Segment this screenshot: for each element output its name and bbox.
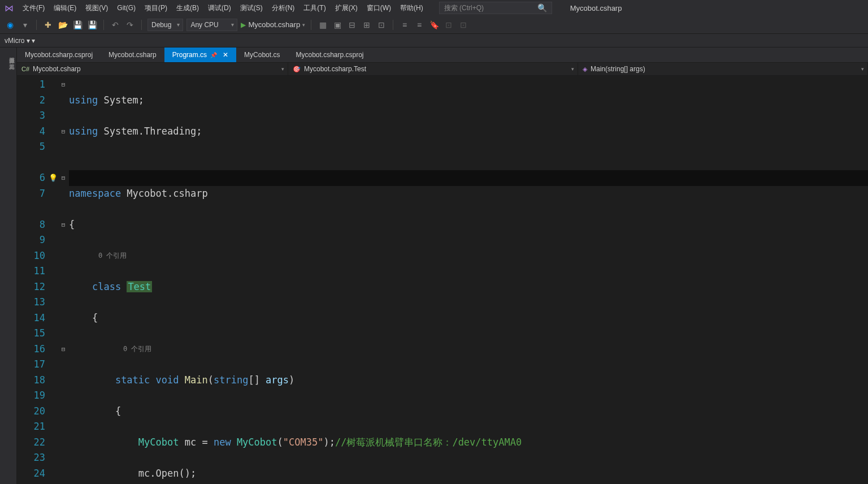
menu-git[interactable]: Git(G) [112,2,140,14]
menu-window[interactable]: 窗口(W) [362,1,396,15]
save-all-icon[interactable]: 💾 [86,19,98,31]
tool-icon[interactable]: ⊡ [458,19,469,31]
nav-namespace[interactable]: 🎯Mycobot.csharp.Test [288,63,578,75]
menu-analysis[interactable]: 分析(N) [267,1,300,15]
menu-file[interactable]: 文件(F) [18,1,49,15]
code-text[interactable]: using System; using System.Threading; na… [69,76,868,484]
doc-tab[interactable]: MyCobot.cs [236,47,288,62]
fold-toggle[interactable]: ⊟ [58,217,69,233]
doc-tab[interactable]: Mycobot.csharp.csproj [17,47,101,62]
toolbar: ◉ ▾ ✚ 📂 💾 💾 ↶ ↷ Debug Any CPU ▶ Mycobot.… [0,16,868,34]
nav-member[interactable]: ◈Main(string[] args) [578,63,868,75]
nav-project-label: Mycobot.csharp [33,65,81,73]
menubar: ⋈ 文件(F) 编辑(E) 视图(V) Git(G) 项目(P) 生成(B) 调… [0,0,868,16]
run-label: Mycobot.csharp [248,20,300,29]
redo-icon[interactable]: ↷ [124,19,136,31]
separator [36,20,37,30]
menu-view[interactable]: 视图(V) [81,1,112,15]
menu-build[interactable]: 生成(B) [172,1,203,15]
separator [103,20,104,30]
vs-logo-icon: ⋈ [5,3,14,14]
close-icon[interactable]: ✕ [220,51,228,59]
bookmark-icon[interactable]: 🔖 [428,19,440,31]
line-numbers: 1 2 3 4 5 6💡 7 8 9 10 11 12 13 14 15 16 … [17,76,58,484]
undo-icon[interactable]: ↶ [110,19,121,31]
doc-tab-label: Mycobot.csharp.csproj [296,51,363,59]
dropdown-icon[interactable]: ▾ [19,19,31,31]
nav-ns-label: Mycobot.csharp.Test [304,65,366,73]
separator [393,20,393,30]
code-keyword: class [92,281,127,292]
tool-icon[interactable]: ≡ [399,19,410,31]
run-button[interactable]: ▶ Mycobot.csharp ▾ [241,20,305,29]
comment: //树莓派机械臂串口名称：/dev/ttyAMA0 [335,437,522,448]
doc-tab-label: Mycobot.csharp.csproj [25,51,93,59]
save-icon[interactable]: 💾 [72,19,83,31]
nav-project[interactable]: C#Mycobot.csharp [17,63,288,75]
document-tabs: Mycobot.csharp.csproj Mycobot.csharp Pro… [17,47,868,62]
config-dropdown[interactable]: Debug [147,19,183,31]
platform-dropdown[interactable]: Any CPU [186,19,237,31]
nav-member-label: Main(string[] args) [591,65,645,73]
method-icon: ◈ [583,66,587,73]
back-icon[interactable]: ◉ [5,19,16,31]
doc-tab-active[interactable]: Program.cs 📌 ✕ [164,47,236,62]
play-icon: ▶ [241,21,246,29]
string-literal: "COM35" [283,437,324,448]
tool-icon[interactable]: ⊡ [443,19,454,31]
tool-icon[interactable]: ⊞ [361,19,372,31]
class-icon: 🎯 [293,66,301,73]
doc-tab[interactable]: Mycobot.csharp [101,47,164,62]
tool-icon[interactable]: ⊡ [376,19,387,31]
doc-tab-label: MyCobot.cs [244,51,280,59]
tool-icon[interactable]: ▦ [317,19,328,31]
menu-project[interactable]: 项目(P) [140,1,172,15]
sidebar-tab-server[interactable]: 服务器资源 [0,50,16,57]
solution-name: Mycobot.csharp [563,2,629,15]
tool-icon[interactable]: ⊟ [346,19,358,31]
separator [311,20,311,30]
doc-tab[interactable]: Mycobot.csharp.csproj [288,47,371,62]
separator [141,20,142,30]
code-editor[interactable]: 1 2 3 4 5 6💡 7 8 9 10 11 12 13 14 15 16 … [17,76,868,484]
class-name-highlight: Test [127,281,152,292]
search-icon[interactable]: 🔍 [537,3,547,12]
pin-icon[interactable]: 📌 [210,52,217,58]
doc-tab-label: Mycobot.csharp [108,51,157,59]
search-input[interactable]: 搜索 (Ctrl+Q) 🔍 [439,2,552,14]
csharp-icon: C# [21,66,29,72]
fold-toggle[interactable]: ⊟ [58,77,69,93]
navigation-bar: C#Mycobot.csharp 🎯Mycobot.csharp.Test ◈M… [17,62,868,76]
tool-icon[interactable]: ▣ [332,19,343,31]
vmicro-bar[interactable]: vMicro ▾ ▾ [0,34,868,47]
codelens[interactable]: 0 个引用 [69,342,868,357]
menu-tools[interactable]: 工具(T) [299,1,330,15]
left-sidebar: 服务器资源 工具箱 [0,47,17,484]
menu-edit[interactable]: 编辑(E) [49,1,81,15]
lightbulb-icon[interactable]: 💡 [49,170,58,186]
menu-extensions[interactable]: 扩展(X) [331,1,362,15]
tool-icon[interactable]: ≡ [414,19,425,31]
menu-help[interactable]: 帮助(H) [396,1,428,15]
fold-toggle[interactable]: ⊟ [58,170,69,186]
search-placeholder: 搜索 (Ctrl+Q) [444,3,484,13]
menu-debug[interactable]: 调试(D) [203,1,236,15]
fold-column: ⊟ ⊟ ⊟ ⊟ ⊟ [58,76,69,484]
codelens[interactable]: 0 个引用 [69,248,868,264]
sidebar-tab-toolbox[interactable]: 工具箱 [0,57,16,63]
menu-test[interactable]: 测试(S) [236,1,267,15]
fold-toggle[interactable]: ⊟ [58,124,69,140]
doc-tab-label: Program.cs [172,51,207,59]
fold-toggle[interactable]: ⊟ [58,342,69,357]
open-icon[interactable]: 📂 [57,19,68,31]
new-icon[interactable]: ✚ [42,19,54,31]
